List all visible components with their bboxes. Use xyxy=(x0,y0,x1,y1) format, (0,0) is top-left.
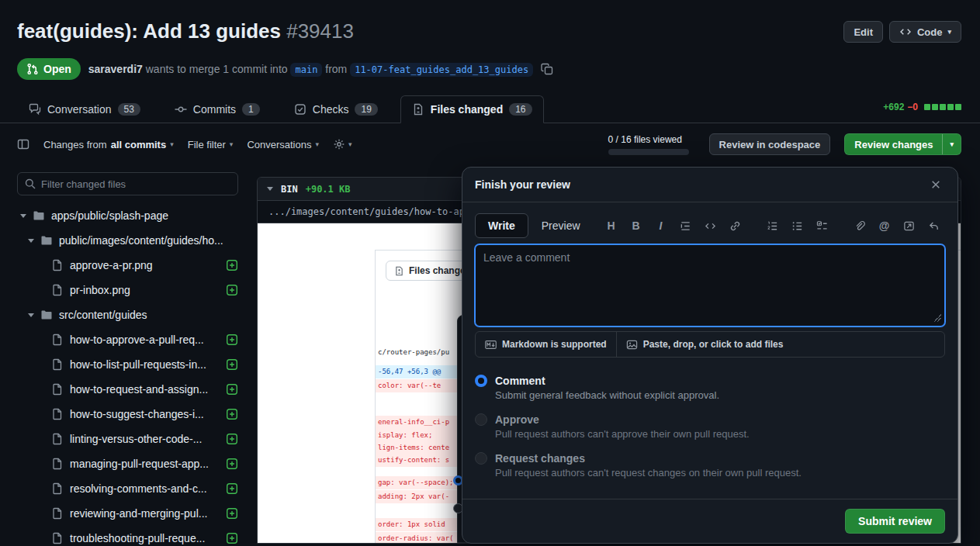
cross-reference-icon xyxy=(903,220,915,232)
dialog-body: Write Preview H B I @ xyxy=(462,202,957,480)
changes-from-dropdown[interactable]: Changes from all commits ▾ xyxy=(43,139,174,150)
tab-checks[interactable]: Checks 19 xyxy=(282,95,390,123)
file-icon xyxy=(51,433,64,445)
tree-file[interactable]: linting-versus-other-code-... xyxy=(17,427,238,451)
copy-branch-button[interactable] xyxy=(541,63,553,75)
numbered-list-button[interactable] xyxy=(761,215,784,237)
bold-button[interactable]: B xyxy=(625,215,647,237)
paperclip-icon xyxy=(854,220,865,232)
gear-icon xyxy=(333,138,345,150)
page-title: feat(guides): Add 13 guides #39413 xyxy=(17,19,961,44)
diffstat-additions: +692 xyxy=(883,102,904,112)
cross-reference-button[interactable] xyxy=(898,215,920,237)
files-viewed-text: 0 / 16 files viewed xyxy=(608,134,689,145)
diffstat-deletions: −0 xyxy=(907,102,918,112)
pr-number: #39413 xyxy=(286,19,354,43)
filter-files-input[interactable] xyxy=(17,172,238,195)
header-actions: Edit Code ▾ xyxy=(843,21,961,43)
attach-file-button[interactable] xyxy=(848,215,871,237)
tree-file[interactable]: pr-inbox.png xyxy=(17,278,238,302)
base-branch-label[interactable]: main xyxy=(290,63,322,77)
mention-button[interactable]: @ xyxy=(873,215,895,237)
radio-disabled-icon xyxy=(475,413,487,426)
diff-added-icon xyxy=(226,458,238,470)
markdown-toolbar: H B I @ xyxy=(600,215,945,237)
link-button[interactable] xyxy=(724,215,746,237)
pr-title-text: feat(guides): Add 13 guides xyxy=(17,19,281,43)
diff-settings-dropdown[interactable]: ▾ xyxy=(333,138,352,150)
close-button[interactable] xyxy=(926,175,945,194)
file-icon xyxy=(51,458,64,470)
tree-file[interactable]: reviewing-and-merging-pul... xyxy=(17,501,238,526)
radio-checked-icon[interactable] xyxy=(475,375,487,387)
tree-file[interactable]: how-to-approve-a-pull-req... xyxy=(17,327,238,352)
reply-icon xyxy=(928,220,940,232)
merge-description: saraverdi7 wants to merge 1 commit into … xyxy=(88,63,533,75)
editor-footer-bar: Markdown is supported Paste, drop, or cl… xyxy=(475,331,945,358)
quote-button[interactable] xyxy=(674,215,697,237)
review-in-codespace-button[interactable]: Review in codespace xyxy=(709,133,831,155)
chevron-down-icon: ▾ xyxy=(170,141,174,148)
comment-textarea[interactable] xyxy=(475,244,945,327)
option-comment[interactable]: Comment Submit general feedback without … xyxy=(475,373,945,403)
pr-tabs: Conversation 53 Commits 1 Checks 19 File… xyxy=(0,95,980,123)
author-link[interactable]: saraverdi7 xyxy=(88,63,143,75)
diff-added-icon xyxy=(226,507,238,520)
markdown-icon xyxy=(485,339,497,351)
conversations-dropdown[interactable]: Conversations ▾ xyxy=(247,139,319,150)
file-filter-dropdown[interactable]: File filter ▾ xyxy=(188,139,234,150)
tree-folder[interactable]: src/content/guides xyxy=(17,302,238,327)
folder-icon xyxy=(40,309,53,321)
heading-button[interactable]: H xyxy=(600,215,622,237)
close-icon xyxy=(930,178,942,191)
tree-file[interactable]: how-to-request-and-assign... xyxy=(17,377,238,402)
tab-conversation[interactable]: Conversation 53 xyxy=(17,95,152,123)
folder-icon xyxy=(40,234,53,247)
pr-header: feat(guides): Add 13 guides #39413 Edit … xyxy=(0,0,980,80)
tab-preview[interactable]: Preview xyxy=(528,213,594,238)
tab-commits[interactable]: Commits 1 xyxy=(163,95,272,123)
link-icon xyxy=(729,220,741,232)
tree-file[interactable]: how-to-suggest-changes-i... xyxy=(17,402,238,427)
files-viewed-block: 0 / 16 files viewed xyxy=(608,134,689,155)
tab-count: 1 xyxy=(242,103,260,116)
tab-files-changed[interactable]: Files changed 16 xyxy=(400,95,544,123)
bullet-list-button[interactable] xyxy=(786,215,809,237)
chevron-down-icon: ▾ xyxy=(315,141,319,148)
file-tree-sidebar: apps/public/splash-page public/images/co… xyxy=(0,163,257,546)
tree-folder[interactable]: public/images/content/guides/ho... xyxy=(17,228,238,253)
diff-added-icon xyxy=(226,333,238,346)
tree-file[interactable]: managing-pull-request-app... xyxy=(17,451,238,476)
review-changes-button[interactable]: Review changes ▾ xyxy=(844,133,961,155)
chevron-down-icon[interactable] xyxy=(267,187,273,191)
saved-replies-button[interactable] xyxy=(923,215,945,237)
tab-write[interactable]: Write xyxy=(475,213,528,238)
sidebar-toggle-button[interactable] xyxy=(17,138,29,150)
tree-file[interactable]: troubleshooting-pull-reque... xyxy=(17,526,238,546)
task-list-button[interactable] xyxy=(811,215,833,237)
folder-icon xyxy=(33,209,45,222)
code-button-md[interactable] xyxy=(699,215,722,237)
attach-files-link[interactable]: Paste, drop, or click to add files xyxy=(617,332,793,357)
italic-button[interactable]: I xyxy=(649,215,672,237)
tree-file[interactable]: resolving-comments-and-c... xyxy=(17,476,238,501)
pull-request-icon xyxy=(26,63,39,75)
tree-file[interactable]: approve-a-pr.png xyxy=(17,253,238,278)
bullet-list-icon xyxy=(791,220,803,232)
submit-review-button[interactable]: Submit review xyxy=(845,509,945,534)
code-button[interactable]: Code ▾ xyxy=(889,21,961,43)
heading-icon: H xyxy=(607,219,615,232)
review-type-options: Comment Submit general feedback without … xyxy=(475,373,945,480)
search-icon xyxy=(24,178,36,190)
chevron-down-icon: ▾ xyxy=(950,141,954,148)
file-tree: apps/public/splash-page public/images/co… xyxy=(17,203,238,546)
mention-icon: @ xyxy=(879,219,890,232)
file-filter-wrap xyxy=(17,172,238,195)
review-changes-caret[interactable]: ▾ xyxy=(942,134,961,154)
tree-folder[interactable]: apps/public/splash-page xyxy=(17,203,238,228)
markdown-supported-link[interactable]: Markdown is supported xyxy=(476,332,616,357)
tree-file[interactable]: how-to-list-pull-requests-in... xyxy=(17,352,238,377)
head-branch-label[interactable]: 11-07-feat_guides_add_13_guides xyxy=(350,63,533,77)
edit-button[interactable]: Edit xyxy=(843,21,883,43)
chevron-down-icon: ▾ xyxy=(348,141,352,148)
